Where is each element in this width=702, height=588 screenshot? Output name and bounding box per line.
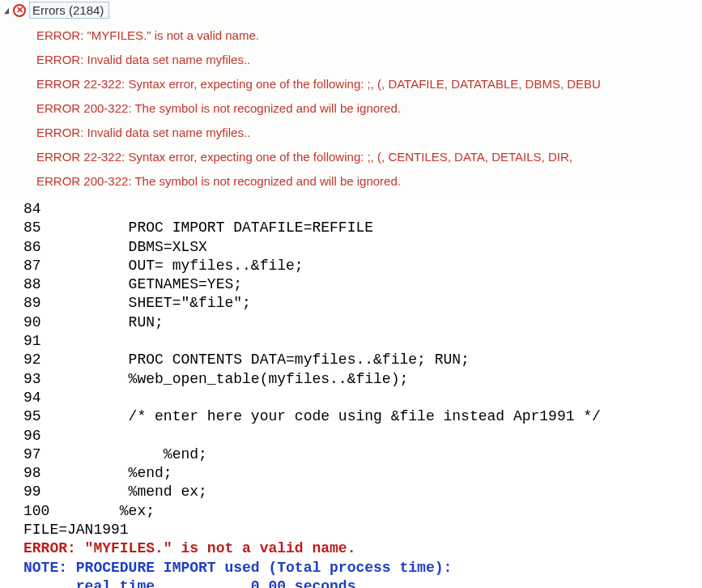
error-message[interactable]: ERROR 22-322: Syntax error, expecting on… (36, 72, 702, 96)
code-line: 98 %end; (23, 464, 702, 483)
error-message[interactable]: ERROR 22-322: Syntax error, expecting on… (36, 145, 702, 169)
error-message[interactable]: ERROR 200-322: The symbol is not recogni… (36, 169, 702, 194)
log-file-line: FILE=JAN1991 (23, 521, 702, 539)
code-line: 97 %end; (23, 445, 702, 464)
code-line: 89 SHEET="&file"; (23, 294, 702, 313)
errors-count-label[interactable]: Errors (2184) (29, 2, 109, 19)
code-line: 90 RUN; (23, 313, 702, 332)
code-line: 94 (23, 389, 702, 407)
collapse-icon[interactable]: ◢ (2, 6, 9, 15)
code-line: 92 PROC CONTENTS DATA=myfiles..&file; RU… (23, 351, 702, 369)
code-line: 95 /* enter here your code using &file i… (23, 407, 702, 426)
log-timing-line: real time 0.00 seconds (23, 577, 702, 588)
code-line: 99 %mend ex; (23, 483, 702, 501)
code-line: 85 PROC IMPORT DATAFILE=REFFILE (23, 219, 702, 237)
log-note-line: NOTE: PROCEDURE IMPORT used (Total proce… (23, 559, 702, 577)
code-line: 86 DBMS=XLSX (23, 238, 702, 257)
code-log-block: 84 85 PROC IMPORT DATAFILE=REFFILE86 DBM… (0, 198, 702, 588)
error-message[interactable]: ERROR: "MYFILES." is not a valid name. (36, 23, 702, 48)
code-line: 100 %ex; (23, 502, 702, 521)
code-line: 87 OUT= myfiles..&file; (23, 257, 702, 275)
code-line: 91 (23, 332, 702, 351)
code-line: 93 %web_open_table(myfiles..&file); (23, 370, 702, 389)
code-line: 96 (23, 427, 702, 445)
error-icon: ✕ (13, 4, 26, 17)
error-list: ERROR: "MYFILES." is not a valid name.ER… (0, 22, 702, 198)
error-message[interactable]: ERROR 200-322: The symbol is not recogni… (36, 96, 702, 121)
error-message[interactable]: ERROR: Invalid data set name myfiles.. (36, 48, 702, 72)
code-line: 84 (23, 200, 702, 219)
code-line: 88 GETNAMES=YES; (23, 275, 702, 294)
log-error-line: ERROR: "MYFILES." is not a valid name. (23, 539, 702, 558)
errors-header[interactable]: ◢ ✕ Errors (2184) (0, 0, 702, 22)
error-message[interactable]: ERROR: Invalid data set name myfiles.. (36, 121, 702, 145)
